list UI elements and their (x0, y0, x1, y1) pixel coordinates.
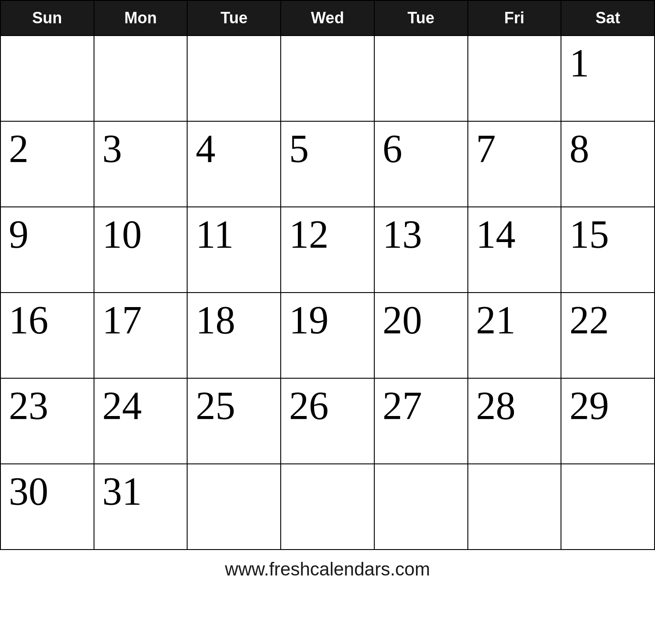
calendar-week-row: 23242526272829 (0, 378, 655, 464)
calendar-day-cell: 11 (187, 207, 281, 293)
calendar-day-cell: 1 (561, 36, 655, 121)
calendar-day-cell (187, 36, 281, 121)
calendar-week-row: 9101112131415 (0, 207, 655, 293)
calendar-day-cell (468, 464, 561, 550)
calendar-day-cell: 19 (281, 293, 374, 378)
calendar-day-cell: 13 (374, 207, 468, 293)
calendar-day-cell: 4 (187, 121, 281, 207)
calendar-day-cell: 20 (374, 293, 468, 378)
calendar-header-cell: Sun (0, 0, 94, 36)
calendar-day-cell: 6 (374, 121, 468, 207)
calendar-day-cell: 25 (187, 378, 281, 464)
calendar-table: SunMonTueWedTueFriSat 123456789101112131… (0, 0, 655, 550)
calendar-day-cell (281, 464, 374, 550)
calendar-day-cell: 22 (561, 293, 655, 378)
calendar-header-cell: Fri (468, 0, 561, 36)
calendar-day-cell: 14 (468, 207, 561, 293)
calendar-day-cell (374, 464, 468, 550)
calendar-week-row: 3031 (0, 464, 655, 550)
calendar-day-cell (374, 36, 468, 121)
calendar-day-cell: 2 (0, 121, 94, 207)
calendar-day-cell: 17 (94, 293, 188, 378)
calendar-day-cell: 31 (94, 464, 188, 550)
calendar-body: 1234567891011121314151617181920212223242… (0, 36, 655, 550)
calendar-day-cell: 15 (561, 207, 655, 293)
calendar-day-cell: 7 (468, 121, 561, 207)
calendar-day-cell: 26 (281, 378, 374, 464)
calendar-day-cell: 3 (94, 121, 188, 207)
calendar-day-cell (0, 36, 94, 121)
calendar-day-cell: 30 (0, 464, 94, 550)
calendar-week-row: 2345678 (0, 121, 655, 207)
calendar-header-cell: Sat (561, 0, 655, 36)
calendar-day-cell (468, 36, 561, 121)
calendar-day-cell: 18 (187, 293, 281, 378)
calendar-wrapper: SunMonTueWedTueFriSat 123456789101112131… (0, 0, 655, 584)
calendar-day-cell: 27 (374, 378, 468, 464)
calendar-header-cell: Tue (187, 0, 281, 36)
calendar-header-cell: Mon (94, 0, 188, 36)
calendar-week-row: 16171819202122 (0, 293, 655, 378)
calendar-day-cell: 8 (561, 121, 655, 207)
calendar-week-row: 1 (0, 36, 655, 121)
calendar-day-cell: 10 (94, 207, 188, 293)
calendar-day-cell: 9 (0, 207, 94, 293)
calendar-header-cell: Wed (281, 0, 374, 36)
calendar-day-cell: 21 (468, 293, 561, 378)
footer-url: www.freshcalendars.com (0, 550, 655, 584)
calendar-header-row: SunMonTueWedTueFriSat (0, 0, 655, 36)
calendar-day-cell (561, 464, 655, 550)
calendar-day-cell (94, 36, 188, 121)
calendar-day-cell (281, 36, 374, 121)
calendar-day-cell: 29 (561, 378, 655, 464)
calendar-day-cell: 24 (94, 378, 188, 464)
calendar-day-cell: 28 (468, 378, 561, 464)
calendar-day-cell (187, 464, 281, 550)
calendar-day-cell: 5 (281, 121, 374, 207)
calendar-day-cell: 12 (281, 207, 374, 293)
calendar-day-cell: 23 (0, 378, 94, 464)
calendar-header-cell: Tue (374, 0, 468, 36)
calendar-day-cell: 16 (0, 293, 94, 378)
